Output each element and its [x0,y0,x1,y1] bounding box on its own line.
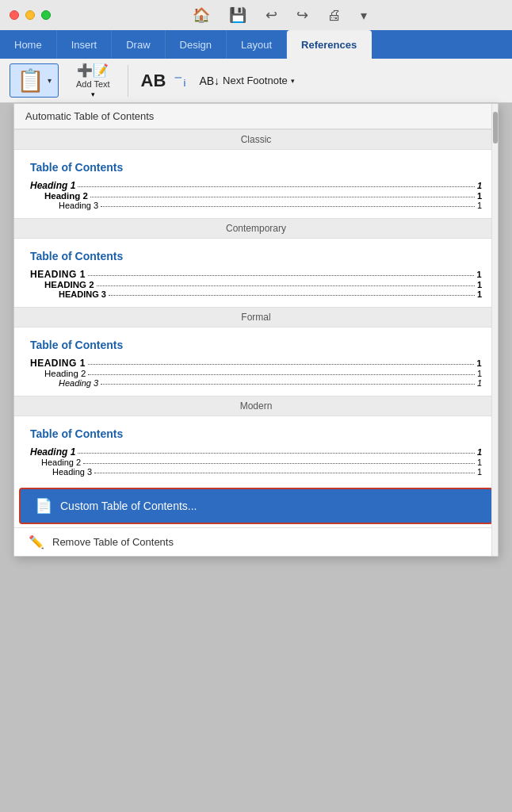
footnote-section: AB ⁻ᵢ AB↓ Next Footnote ▾ [141,71,300,91]
print-icon[interactable]: 🖨 [327,7,342,24]
title-bar-toolbar: 🏠 💾 ↩ ↪ 🖨 ▾ [57,6,502,24]
modern-h2-text: Heading 2 [41,458,81,467]
undo-icon[interactable]: ↩ [266,6,277,24]
custom-btn-wrapper: 📄 Custom Table of Contents... [14,485,498,527]
formal-h2-page: 1 [477,369,482,378]
tab-layout[interactable]: Layout [227,30,287,59]
add-text-icon: ➕📝 [77,63,109,78]
toc-contemporary-title: Table of Contents [30,250,482,262]
more-icon[interactable]: ▾ [361,8,367,23]
contemp-h2-page: 1 [477,280,482,289]
toc-classic-title: Table of Contents [30,161,482,174]
scrollbar-thumb[interactable] [493,112,498,144]
h1-page: 1 [477,181,482,190]
contemp-h1-page: 1 [476,270,482,279]
minimize-button[interactable] [25,10,35,20]
section-classic-divider: Classic [14,129,498,150]
contemp-h3-text: HEADING 3 [59,289,106,299]
maximize-button[interactable] [41,10,51,20]
contemp-h2-text: HEADING 2 [44,280,94,289]
section-contemporary-divider: Contemporary [14,218,498,239]
h3-dots [101,206,475,207]
formal-h2-dots [88,374,474,375]
formal-h3-page: 1 [477,378,482,388]
contemp-h1-text: HEADING 1 [30,269,86,280]
toc-dropdown-panel: Automatic Table of Contents Classic Tabl… [13,103,499,557]
modern-h3-page: 1 [477,467,482,477]
modern-h2-page: 1 [477,458,482,467]
add-text-button[interactable]: ➕📝 Add Text ▾ [71,59,115,102]
modern-h1-page: 1 [477,447,482,457]
custom-toc-button[interactable]: 📄 Custom Table of Contents... [19,488,493,524]
modern-h1-text: Heading 1 [30,446,75,458]
contemp-h1-dots [88,275,475,276]
section-contemporary-label: Contemporary [226,223,286,234]
h2-dots [90,197,475,197]
toc-formal-preview[interactable]: Table of Contents HEADING 1 1 Heading 2 … [14,327,498,396]
tab-insert[interactable]: Insert [57,30,113,59]
scrollbar[interactable] [491,104,498,556]
h3-text: Heading 3 [59,201,98,210]
close-button[interactable] [10,10,19,20]
panel-header-text: Automatic Table of Contents [25,110,154,122]
section-classic-label: Classic [241,134,272,145]
add-text-label: Add Text [76,79,110,89]
modern-h3-dots [94,473,475,473]
dropdown-panel-wrapper: Automatic Table of Contents Classic Tabl… [0,103,512,557]
tab-references[interactable]: References [287,30,372,59]
ab-icon: AB [141,71,166,91]
toc-classic-h1: Heading 1 1 [30,180,482,191]
main-layout: Automatic Table of Contents Classic Tabl… [0,103,512,557]
toc-classic-h3: Heading 3 1 [30,201,482,210]
remove-toc-button[interactable]: ✏️ Remove Table of Contents [14,527,498,556]
toc-formal-h1: HEADING 1 1 [30,358,482,369]
toc-contemp-h2: HEADING 2 1 [30,280,482,289]
formal-h3-dots [101,384,475,385]
section-formal-label: Formal [241,312,270,323]
next-footnote-label: Next Footnote [223,75,288,86]
toc-contemporary-preview[interactable]: Table of Contents HEADING 1 1 HEADING 2 … [14,239,498,307]
toc-contemp-h3: HEADING 3 1 [30,289,482,299]
toc-formal-h2: Heading 2 1 [30,369,482,378]
modern-h1-dots [78,453,475,454]
toc-modern-title: Table of Contents [30,427,482,440]
h2-text: Heading 2 [44,191,88,201]
toc-modern-h1: Heading 1 1 [30,446,482,458]
tab-design[interactable]: Design [166,30,227,59]
h1-dots [78,186,475,187]
next-footnote-icon: AB↓ [199,75,220,87]
toc-icon: 📋 [17,67,44,94]
toc-modern-h2: Heading 2 1 [30,458,482,467]
save-icon[interactable]: 💾 [229,6,246,24]
toc-modern-preview[interactable]: Table of Contents Heading 1 1 Heading 2 … [14,416,498,485]
h1-text: Heading 1 [30,180,75,191]
dropdown-arrow: ▾ [48,76,52,85]
tab-draw[interactable]: Draw [112,30,165,59]
remove-toc-icon: ✏️ [29,534,44,550]
toc-contemp-h1: HEADING 1 1 [30,269,482,280]
h3-page: 1 [477,201,482,210]
toc-classic-preview[interactable]: Table of Contents Heading 1 1 Heading 2 … [14,150,498,218]
custom-toc-label: Custom Table of Contents... [60,500,197,512]
ribbon-divider-1 [128,65,128,97]
tab-home[interactable]: Home [0,30,57,59]
formal-h1-text: HEADING 1 [30,358,86,369]
redo-icon[interactable]: ↪ [296,6,308,24]
formal-h1-page: 1 [476,358,482,368]
toc-classic-h2: Heading 2 1 [30,191,482,201]
h2-page: 1 [477,191,482,201]
insert-footnote-icon: ⁻ᵢ [174,71,186,91]
next-footnote-button[interactable]: AB↓ Next Footnote ▾ [194,71,299,90]
toc-formal-title: Table of Contents [30,339,482,351]
section-formal-divider: Formal [14,307,498,327]
home-icon[interactable]: 🏠 [193,6,210,24]
remove-toc-label: Remove Table of Contents [52,536,174,548]
contemp-h3-dots [109,295,475,296]
toc-modern-h3: Heading 3 1 [30,467,482,477]
table-of-contents-button[interactable]: 📋 ▾ [10,63,59,98]
panel-header: Automatic Table of Contents [14,104,498,129]
custom-toc-icon: 📄 [35,497,52,515]
next-footnote-arrow: ▾ [291,77,295,85]
tab-bar: Home Insert Draw Design Layout Reference… [0,30,512,59]
formal-h3-text: Heading 3 [59,378,98,388]
